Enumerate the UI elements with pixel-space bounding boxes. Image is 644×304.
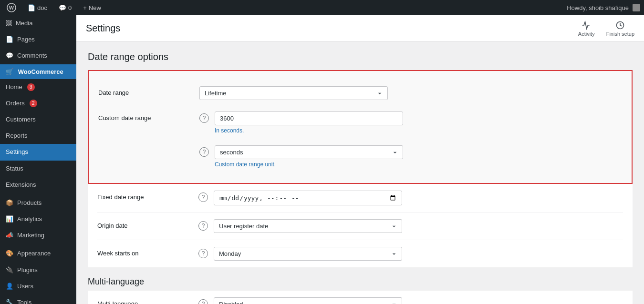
multi-language-row: Multi-language ? Disabled Enabled bbox=[97, 291, 623, 304]
week-starts-control: Monday Sunday Saturday bbox=[214, 247, 623, 261]
activity-button[interactable]: Activity bbox=[578, 20, 595, 37]
custom-date-range-unit-hint: Custom date range unit. bbox=[215, 161, 622, 168]
custom-date-range-label: Custom date range bbox=[98, 111, 194, 122]
seconds-label-empty bbox=[98, 145, 194, 148]
content-area: Date range options Date range Lifetime L… bbox=[76, 42, 644, 304]
multi-language-title: Multi-language bbox=[88, 277, 633, 287]
multi-language-label: Multi-language bbox=[97, 297, 193, 304]
admin-bar-right: Howdy, shoib shafique bbox=[567, 4, 640, 11]
seconds-select[interactable]: seconds minutes hours days bbox=[215, 145, 403, 159]
custom-date-range-input[interactable] bbox=[215, 111, 403, 125]
sidebar-item-media[interactable]: 🖼 Media bbox=[0, 15, 76, 31]
orders-badge: 2 bbox=[30, 100, 37, 107]
media-icon: 🖼 bbox=[6, 19, 12, 28]
seconds-help[interactable]: ? bbox=[199, 147, 209, 157]
origin-date-select[interactable]: User register date User creation date Pu… bbox=[214, 219, 402, 233]
sidebar-item-settings[interactable]: Settings bbox=[0, 144, 76, 160]
users-icon: 👤 bbox=[6, 282, 13, 291]
fixed-date-range-control bbox=[214, 191, 402, 205]
week-starts-row: Week starts on ? Monday Sunday Saturday bbox=[97, 240, 623, 267]
woocommerce-icon: 🛒 bbox=[6, 68, 13, 75]
date-range-select[interactable]: Lifetime Last 30 days Last 7 days Custom bbox=[199, 86, 388, 100]
fixed-date-range-help[interactable]: ? bbox=[198, 193, 208, 202]
sidebar-woocommerce-header[interactable]: 🛒 WooCommerce bbox=[0, 64, 76, 79]
comments-link[interactable]: 💬 0 bbox=[56, 0, 74, 15]
sidebar-item-appearance[interactable]: 🎨 Appearance bbox=[0, 243, 76, 262]
tools-icon: 🔧 bbox=[6, 298, 13, 304]
user-greeting: Howdy, shoib shafique bbox=[567, 4, 629, 11]
top-bar-actions: Activity Finish setup bbox=[578, 20, 634, 37]
comment-icon: 💬 bbox=[59, 4, 66, 11]
custom-date-range-hint: In seconds. bbox=[215, 127, 622, 134]
sidebar-item-analytics[interactable]: 📊 Analytics bbox=[0, 211, 76, 227]
activity-icon bbox=[581, 20, 592, 30]
sidebar-item-pages[interactable]: 📄 Pages bbox=[0, 31, 76, 48]
pages-icon: 📄 bbox=[6, 35, 13, 44]
fixed-date-range-input[interactable] bbox=[214, 191, 402, 205]
sidebar-item-orders[interactable]: Orders 2 bbox=[0, 95, 76, 111]
week-starts-label: Week starts on bbox=[97, 247, 193, 257]
seconds-control: seconds minutes hours days Custom date r… bbox=[215, 145, 622, 168]
week-starts-select[interactable]: Monday Sunday Saturday bbox=[214, 247, 402, 261]
seconds-unit-row: ? seconds minutes hours days Custom date… bbox=[98, 140, 622, 173]
sidebar-item-comments[interactable]: 💬 Comments bbox=[0, 48, 76, 64]
appearance-icon: 🎨 bbox=[6, 249, 13, 258]
sidebar-item-marketing[interactable]: 📣 Marketing bbox=[0, 227, 76, 243]
admin-bar: W 📄 doc 💬 0 + New Howdy, shoib shafique bbox=[0, 0, 644, 15]
main-content: Settings Activity Finish setup bbox=[76, 15, 644, 304]
date-range-label: Date range bbox=[98, 86, 194, 96]
multi-language-control: Disabled Enabled bbox=[214, 297, 623, 304]
date-range-control: Lifetime Last 30 days Last 7 days Custom bbox=[199, 86, 622, 100]
custom-date-range-help[interactable]: ? bbox=[199, 113, 209, 123]
custom-date-range-control: In seconds. bbox=[215, 111, 622, 134]
sidebar-item-plugins[interactable]: 🔌 Plugins bbox=[0, 262, 76, 278]
fixed-date-range-label: Fixed date range bbox=[97, 191, 193, 201]
sidebar-item-tools[interactable]: 🔧 Tools bbox=[0, 294, 76, 304]
top-bar: Settings Activity Finish setup bbox=[76, 15, 644, 42]
sidebar: 🖼 Media 📄 Pages 💬 Comments 🛒 WooCommerce… bbox=[0, 15, 76, 304]
sidebar-item-users[interactable]: 👤 Users bbox=[0, 278, 76, 294]
site-icon: 📄 bbox=[28, 4, 35, 11]
wp-logo[interactable]: W bbox=[4, 0, 19, 15]
svg-text:W: W bbox=[9, 5, 14, 10]
finish-setup-button[interactable]: Finish setup bbox=[606, 20, 634, 37]
plugins-icon: 🔌 bbox=[6, 266, 13, 274]
sidebar-item-customers[interactable]: Customers bbox=[0, 111, 76, 128]
site-name[interactable]: 📄 doc bbox=[25, 0, 50, 15]
new-content-button[interactable]: + New bbox=[80, 0, 104, 15]
origin-date-row: Origin date ? User register date User cr… bbox=[97, 212, 623, 240]
analytics-icon: 📊 bbox=[6, 215, 13, 223]
sidebar-item-products[interactable]: 📦 Products bbox=[0, 193, 76, 211]
date-range-highlighted-section: Date range Lifetime Last 30 days Last 7 … bbox=[88, 70, 633, 184]
week-starts-help[interactable]: ? bbox=[198, 249, 208, 258]
sidebar-item-home[interactable]: Home 3 bbox=[0, 79, 76, 95]
marketing-icon: 📣 bbox=[6, 231, 13, 240]
multi-language-help[interactable]: ? bbox=[198, 299, 208, 304]
fixed-date-range-row: Fixed date range ? bbox=[97, 184, 623, 212]
sidebar-item-extensions[interactable]: Extensions bbox=[0, 177, 76, 193]
user-avatar bbox=[633, 4, 640, 11]
products-icon: 📦 bbox=[6, 199, 13, 207]
finish-setup-icon bbox=[614, 20, 626, 30]
origin-date-label: Origin date bbox=[97, 219, 193, 229]
date-range-options-title: Date range options bbox=[88, 51, 633, 62]
origin-date-control: User register date User creation date Pu… bbox=[214, 219, 623, 233]
comments-icon: 💬 bbox=[6, 51, 13, 60]
origin-date-help[interactable]: ? bbox=[198, 221, 208, 231]
home-badge: 3 bbox=[27, 83, 35, 91]
page-title: Settings bbox=[86, 23, 578, 34]
sidebar-item-reports[interactable]: Reports bbox=[0, 128, 76, 144]
multi-language-select[interactable]: Disabled Enabled bbox=[214, 297, 402, 304]
custom-date-range-row: Custom date range ? In seconds. bbox=[98, 106, 622, 140]
sidebar-item-status[interactable]: Status bbox=[0, 161, 76, 177]
date-range-row: Date range Lifetime Last 30 days Last 7 … bbox=[98, 81, 622, 106]
